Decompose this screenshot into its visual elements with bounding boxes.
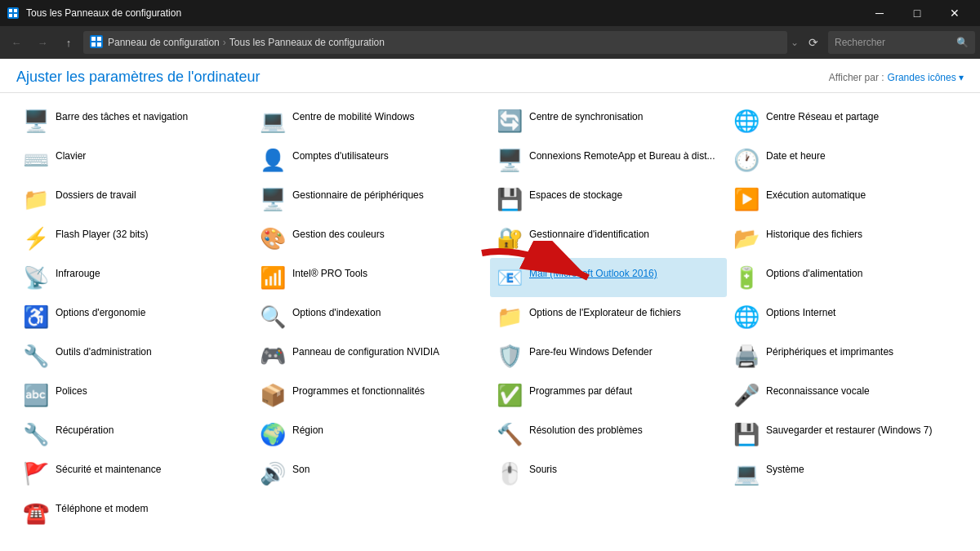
control-item-outils-administration[interactable]: 🔧Outils d'administration xyxy=(16,336,253,375)
item-icon-execution-auto: ▶️ xyxy=(733,186,760,212)
item-icon-securite-maintenance: 🚩 xyxy=(23,460,49,487)
control-item-securite-maintenance[interactable]: 🚩Sécurité et maintenance xyxy=(16,454,253,493)
svg-rect-6 xyxy=(91,37,96,41)
control-item-historique-fichiers[interactable]: 📂Historique des fichiers xyxy=(727,219,964,258)
breadcrumb-separator: › xyxy=(223,37,226,48)
control-item-infrarouge[interactable]: 📡Infrarouge xyxy=(16,258,253,297)
item-label-recuperation: Récupération xyxy=(56,421,114,438)
control-item-peripheriques-imprimantes[interactable]: 🖨️Périphériques et imprimantes xyxy=(727,336,964,375)
item-label-pare-feu: Pare-feu Windows Defender xyxy=(529,343,653,359)
item-icon-date-heure: 🕐 xyxy=(733,147,760,173)
control-item-barre-taches[interactable]: 🖥️Barre des tâches et navigation xyxy=(16,101,253,140)
control-item-panneau-nvidia[interactable]: 🎮Panneau de configuration NVIDIA xyxy=(253,336,490,375)
control-item-souris[interactable]: 🖱️Souris xyxy=(490,454,727,493)
item-icon-programmes-fonctionnalites: 📦 xyxy=(260,382,286,408)
control-item-programmes-defaut[interactable]: ✅Programmes par défaut xyxy=(490,375,727,415)
item-icon-panneau-nvidia: 🎮 xyxy=(260,343,286,369)
maximize-button[interactable]: □ xyxy=(898,0,936,26)
item-icon-infrarouge: 📡 xyxy=(23,264,49,291)
page-header: Ajuster les paramètres de l'ordinateur A… xyxy=(0,59,980,93)
control-item-dossiers-travail[interactable]: 📁Dossiers de travail xyxy=(16,180,253,219)
search-box[interactable]: Rechercher 🔍 xyxy=(828,31,975,54)
items-grid: 🖥️Barre des tâches et navigation💻Centre … xyxy=(16,101,964,532)
item-label-gestionnaire-peripheriques: Gestionnaire de périphériques xyxy=(292,186,424,202)
control-item-region[interactable]: 🌍Région xyxy=(253,415,490,454)
control-item-systeme[interactable]: 💻Système xyxy=(727,454,964,493)
control-item-resolution-problemes[interactable]: 🔨Résolution des problèmes xyxy=(490,415,727,454)
item-icon-sauvegarder-restaurer: 💾 xyxy=(733,421,760,447)
item-icon-centre-reseau: 🌐 xyxy=(733,108,760,134)
control-item-comptes-utilisateurs[interactable]: 👤Comptes d'utilisateurs xyxy=(253,140,490,180)
item-label-options-ergonomie: Options d'ergonomie xyxy=(56,304,145,320)
control-item-telephone-modem[interactable]: ☎️Téléphone et modem xyxy=(16,493,253,532)
svg-rect-1 xyxy=(9,9,12,12)
search-placeholder: Rechercher xyxy=(835,37,885,48)
back-button[interactable]: ← xyxy=(5,31,28,54)
item-icon-intel-pro: 📶 xyxy=(260,264,286,291)
item-label-centre-synchro: Centre de synchronisation xyxy=(529,108,643,124)
item-label-intel-pro: Intel® PRO Tools xyxy=(292,264,368,281)
control-item-options-explorateur[interactable]: 📁Options de l'Explorateur de fichiers xyxy=(490,297,727,336)
control-item-flash-player[interactable]: ⚡Flash Player (32 bits) xyxy=(16,219,253,258)
dropdown-arrow[interactable]: ⌄ xyxy=(791,37,799,48)
breadcrumb-part2[interactable]: Tous les Panneaux de configuration xyxy=(229,37,385,48)
item-icon-options-explorateur: 📁 xyxy=(497,304,523,330)
view-value-link[interactable]: Grandes icônes ▾ xyxy=(888,72,964,83)
content-area: Ajuster les paramètres de l'ordinateur A… xyxy=(0,59,980,551)
control-item-pare-feu[interactable]: 🛡️Pare-feu Windows Defender xyxy=(490,336,727,375)
control-item-gestionnaire-identification[interactable]: 🔐Gestionnaire d'identification xyxy=(490,219,727,258)
control-item-sauvegarder-restaurer[interactable]: 💾Sauvegarder et restaurer (Windows 7) xyxy=(727,415,964,454)
item-label-souris: Souris xyxy=(529,460,557,477)
item-label-options-indexation: Options d'indexation xyxy=(292,304,381,320)
item-icon-gestionnaire-peripheriques: 🖥️ xyxy=(260,186,286,212)
items-container: 🖥️Barre des tâches et navigation💻Centre … xyxy=(0,93,980,551)
item-label-options-explorateur: Options de l'Explorateur de fichiers xyxy=(529,304,681,320)
breadcrumb-part1[interactable]: Panneau de configuration xyxy=(108,37,220,48)
up-button[interactable]: ↑ xyxy=(57,31,80,54)
item-label-panneau-nvidia: Panneau de configuration NVIDIA xyxy=(292,343,439,359)
address-bar: ← → ↑ Panneau de configuration › Tous le… xyxy=(0,26,980,59)
item-label-resolution-problemes: Résolution des problèmes xyxy=(529,421,643,438)
control-item-recuperation[interactable]: 🔧Récupération xyxy=(16,415,253,454)
item-label-polices: Polices xyxy=(56,382,87,398)
control-item-programmes-fonctionnalites[interactable]: 📦Programmes et fonctionnalités xyxy=(253,375,490,415)
svg-rect-8 xyxy=(91,42,96,47)
item-label-options-alimentation: Options d'alimentation xyxy=(766,264,862,281)
item-label-mail-outlook: Mail (Microsoft Outlook 2016) xyxy=(529,264,657,281)
control-item-connexions-remote[interactable]: 🖥️Connexions RemoteApp et Bureau à dist.… xyxy=(490,140,727,180)
control-item-son[interactable]: 🔊Son xyxy=(253,454,490,493)
item-label-comptes-utilisateurs: Comptes d'utilisateurs xyxy=(292,147,389,163)
item-icon-dossiers-travail: 📁 xyxy=(23,186,49,212)
control-item-options-alimentation[interactable]: 🔋Options d'alimentation xyxy=(727,258,964,297)
control-item-polices[interactable]: 🔤Polices xyxy=(16,375,253,415)
address-end: ⌄ ⟳ xyxy=(791,31,825,54)
page-title: Ajuster les paramètres de l'ordinateur xyxy=(16,69,261,86)
item-label-clavier: Clavier xyxy=(56,147,86,163)
control-item-reconnaissance-vocale[interactable]: 🎤Reconnaissance vocale xyxy=(727,375,964,415)
window-title: Tous les Panneaux de configuration xyxy=(26,7,861,19)
close-button[interactable]: ✕ xyxy=(936,0,973,26)
control-item-options-indexation[interactable]: 🔍Options d'indexation xyxy=(253,297,490,336)
control-item-centre-synchro[interactable]: 🔄Centre de synchronisation xyxy=(490,101,727,140)
minimize-button[interactable]: ─ xyxy=(861,0,898,26)
control-item-gestionnaire-peripheriques[interactable]: 🖥️Gestionnaire de périphériques xyxy=(253,180,490,219)
item-icon-historique-fichiers: 📂 xyxy=(733,225,760,251)
control-item-options-ergonomie[interactable]: ♿Options d'ergonomie xyxy=(16,297,253,336)
control-item-espaces-stockage[interactable]: 💾Espaces de stockage xyxy=(490,180,727,219)
control-item-execution-auto[interactable]: ▶️Exécution automatique xyxy=(727,180,964,219)
item-label-gestionnaire-identification: Gestionnaire d'identification xyxy=(529,225,649,242)
svg-rect-2 xyxy=(14,9,17,12)
control-item-options-internet[interactable]: 🌐Options Internet xyxy=(727,297,964,336)
control-item-intel-pro[interactable]: 📶Intel® PRO Tools xyxy=(253,258,490,297)
control-item-gestion-couleurs[interactable]: 🎨Gestion des couleurs xyxy=(253,219,490,258)
item-label-programmes-fonctionnalites: Programmes et fonctionnalités xyxy=(292,382,425,398)
control-item-date-heure[interactable]: 🕐Date et heure xyxy=(727,140,964,180)
window-controls: ─ □ ✕ xyxy=(861,0,973,26)
control-item-clavier[interactable]: ⌨️Clavier xyxy=(16,140,253,180)
breadcrumb[interactable]: Panneau de configuration › Tous les Pann… xyxy=(83,31,787,54)
refresh-button[interactable]: ⟳ xyxy=(802,31,825,54)
control-item-centre-mobilite[interactable]: 💻Centre de mobilité Windows xyxy=(253,101,490,140)
forward-button[interactable]: → xyxy=(31,31,54,54)
control-item-centre-reseau[interactable]: 🌐Centre Réseau et partage xyxy=(727,101,964,140)
control-item-mail-outlook[interactable]: 📧Mail (Microsoft Outlook 2016) xyxy=(490,258,727,297)
